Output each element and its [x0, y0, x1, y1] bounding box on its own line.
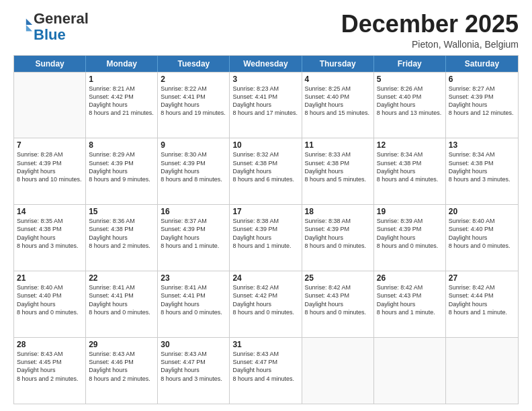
calendar-header-row: SundayMondayTuesdayWednesdayThursdayFrid…: [14, 56, 518, 72]
day-info: Sunrise: 8:42 AMSunset: 4:43 PMDaylight …: [377, 283, 443, 316]
cal-cell: 17Sunrise: 8:38 AMSunset: 4:39 PMDayligh…: [230, 205, 302, 271]
day-info: Sunrise: 8:34 AMSunset: 4:38 PMDaylight …: [449, 150, 515, 183]
day-number: 21: [17, 273, 83, 283]
day-info: Sunrise: 8:29 AMSunset: 4:39 PMDaylight …: [89, 150, 154, 183]
cal-cell: 23Sunrise: 8:41 AMSunset: 4:41 PMDayligh…: [158, 271, 230, 337]
cal-cell: 3Sunrise: 8:23 AMSunset: 4:41 PMDaylight…: [230, 73, 302, 138]
day-info: Sunrise: 8:34 AMSunset: 4:38 PMDaylight …: [377, 150, 443, 183]
day-info: Sunrise: 8:28 AMSunset: 4:39 PMDaylight …: [17, 150, 83, 183]
svg-marker-1: [26, 25, 32, 31]
day-number: 4: [305, 75, 371, 84]
day-info: Sunrise: 8:42 AMSunset: 4:43 PMDaylight …: [305, 283, 371, 316]
cal-cell: 10Sunrise: 8:32 AMSunset: 4:38 PMDayligh…: [230, 138, 302, 204]
cal-cell: [374, 338, 446, 404]
day-number: 11: [305, 140, 371, 150]
day-number: 31: [232, 340, 298, 349]
logo-blue: Blue: [34, 26, 66, 43]
page: General Blue December 2025 Pieton, Wallo…: [0, 0, 532, 411]
day-number: 12: [377, 140, 443, 150]
cal-cell: 1Sunrise: 8:21 AMSunset: 4:42 PMDaylight…: [86, 73, 158, 138]
day-number: 23: [161, 273, 226, 283]
day-info: Sunrise: 8:21 AMSunset: 4:42 PMDaylight …: [89, 85, 154, 118]
day-info: Sunrise: 8:22 AMSunset: 4:41 PMDaylight …: [161, 85, 226, 118]
cal-cell: 24Sunrise: 8:42 AMSunset: 4:42 PMDayligh…: [230, 271, 302, 337]
cal-cell: 20Sunrise: 8:40 AMSunset: 4:40 PMDayligh…: [446, 205, 518, 271]
day-number: 13: [449, 140, 515, 150]
day-info: Sunrise: 8:35 AMSunset: 4:38 PMDaylight …: [17, 217, 83, 250]
cal-week-4: 28Sunrise: 8:43 AMSunset: 4:45 PMDayligh…: [14, 337, 518, 404]
day-info: Sunrise: 8:30 AMSunset: 4:39 PMDaylight …: [161, 150, 226, 183]
cal-cell: 8Sunrise: 8:29 AMSunset: 4:39 PMDaylight…: [86, 138, 158, 204]
day-number: 9: [161, 140, 226, 150]
day-number: 1: [89, 75, 154, 84]
day-number: 26: [377, 273, 443, 283]
day-info: Sunrise: 8:27 AMSunset: 4:39 PMDaylight …: [449, 85, 515, 118]
day-number: 29: [89, 340, 154, 349]
location-subtitle: Pieton, Wallonia, Belgium: [341, 39, 519, 50]
day-info: Sunrise: 8:23 AMSunset: 4:41 PMDaylight …: [232, 85, 298, 118]
day-info: Sunrise: 8:41 AMSunset: 4:41 PMDaylight …: [89, 283, 154, 316]
cal-cell: 21Sunrise: 8:40 AMSunset: 4:40 PMDayligh…: [14, 271, 86, 337]
day-info: Sunrise: 8:39 AMSunset: 4:39 PMDaylight …: [377, 217, 443, 250]
cal-cell: 12Sunrise: 8:34 AMSunset: 4:38 PMDayligh…: [374, 138, 446, 204]
title-block: December 2025 Pieton, Wallonia, Belgium: [341, 11, 519, 50]
cal-week-3: 21Sunrise: 8:40 AMSunset: 4:40 PMDayligh…: [14, 271, 518, 337]
cal-cell: 16Sunrise: 8:37 AMSunset: 4:39 PMDayligh…: [158, 205, 230, 271]
day-info: Sunrise: 8:43 AMSunset: 4:46 PMDaylight …: [89, 350, 154, 383]
cal-cell: 14Sunrise: 8:35 AMSunset: 4:38 PMDayligh…: [14, 205, 86, 271]
logo-general: General: [34, 10, 89, 27]
day-number: 8: [89, 140, 154, 150]
day-info: Sunrise: 8:42 AMSunset: 4:44 PMDaylight …: [449, 283, 515, 316]
logo-text: General Blue: [34, 11, 89, 43]
cal-cell: 6Sunrise: 8:27 AMSunset: 4:39 PMDaylight…: [446, 73, 518, 138]
day-number: 14: [17, 207, 83, 216]
day-info: Sunrise: 8:42 AMSunset: 4:42 PMDaylight …: [232, 283, 298, 316]
cal-cell: [446, 338, 518, 404]
cal-cell: 26Sunrise: 8:42 AMSunset: 4:43 PMDayligh…: [374, 271, 446, 337]
day-number: 17: [232, 207, 298, 216]
cal-cell: 31Sunrise: 8:43 AMSunset: 4:47 PMDayligh…: [230, 338, 302, 404]
cal-cell: 13Sunrise: 8:34 AMSunset: 4:38 PMDayligh…: [446, 138, 518, 204]
calendar: SundayMondayTuesdayWednesdayThursdayFrid…: [13, 55, 519, 404]
day-number: 3: [232, 75, 298, 84]
day-info: Sunrise: 8:25 AMSunset: 4:40 PMDaylight …: [305, 85, 371, 118]
day-info: Sunrise: 8:36 AMSunset: 4:38 PMDaylight …: [89, 217, 154, 250]
cal-cell: 5Sunrise: 8:26 AMSunset: 4:40 PMDaylight…: [374, 73, 446, 138]
day-number: 6: [449, 75, 515, 84]
cal-week-2: 14Sunrise: 8:35 AMSunset: 4:38 PMDayligh…: [14, 204, 518, 271]
day-number: 18: [305, 207, 371, 216]
day-info: Sunrise: 8:43 AMSunset: 4:45 PMDaylight …: [17, 350, 83, 383]
cal-header-sunday: Sunday: [14, 56, 86, 72]
cal-header-tuesday: Tuesday: [158, 56, 230, 72]
day-number: 20: [449, 207, 515, 216]
day-number: 16: [161, 207, 226, 216]
day-number: 25: [305, 273, 371, 283]
day-number: 2: [161, 75, 226, 84]
day-info: Sunrise: 8:40 AMSunset: 4:40 PMDaylight …: [17, 283, 83, 316]
day-info: Sunrise: 8:43 AMSunset: 4:47 PMDaylight …: [232, 350, 298, 383]
cal-cell: 25Sunrise: 8:42 AMSunset: 4:43 PMDayligh…: [302, 271, 374, 337]
day-info: Sunrise: 8:38 AMSunset: 4:39 PMDaylight …: [305, 217, 371, 250]
cal-cell: 27Sunrise: 8:42 AMSunset: 4:44 PMDayligh…: [446, 271, 518, 337]
cal-cell: 28Sunrise: 8:43 AMSunset: 4:45 PMDayligh…: [14, 338, 86, 404]
day-info: Sunrise: 8:41 AMSunset: 4:41 PMDaylight …: [161, 283, 226, 316]
cal-header-monday: Monday: [86, 56, 158, 72]
cal-week-0: 1Sunrise: 8:21 AMSunset: 4:42 PMDaylight…: [14, 72, 518, 138]
day-number: 19: [377, 207, 443, 216]
svg-marker-0: [26, 19, 32, 25]
cal-header-saturday: Saturday: [446, 56, 518, 72]
day-info: Sunrise: 8:40 AMSunset: 4:40 PMDaylight …: [449, 217, 515, 250]
day-number: 30: [161, 340, 226, 349]
day-info: Sunrise: 8:32 AMSunset: 4:38 PMDaylight …: [232, 150, 298, 183]
cal-header-friday: Friday: [374, 56, 446, 72]
day-info: Sunrise: 8:43 AMSunset: 4:47 PMDaylight …: [161, 350, 226, 383]
cal-cell: 30Sunrise: 8:43 AMSunset: 4:47 PMDayligh…: [158, 338, 230, 404]
day-number: 10: [232, 140, 298, 150]
day-info: Sunrise: 8:38 AMSunset: 4:39 PMDaylight …: [232, 217, 298, 250]
day-info: Sunrise: 8:37 AMSunset: 4:39 PMDaylight …: [161, 217, 226, 250]
cal-cell: 29Sunrise: 8:43 AMSunset: 4:46 PMDayligh…: [86, 338, 158, 404]
day-number: 5: [377, 75, 443, 84]
cal-header-wednesday: Wednesday: [230, 56, 302, 72]
cal-cell: 4Sunrise: 8:25 AMSunset: 4:40 PMDaylight…: [302, 73, 374, 138]
day-info: Sunrise: 8:33 AMSunset: 4:38 PMDaylight …: [305, 150, 371, 183]
